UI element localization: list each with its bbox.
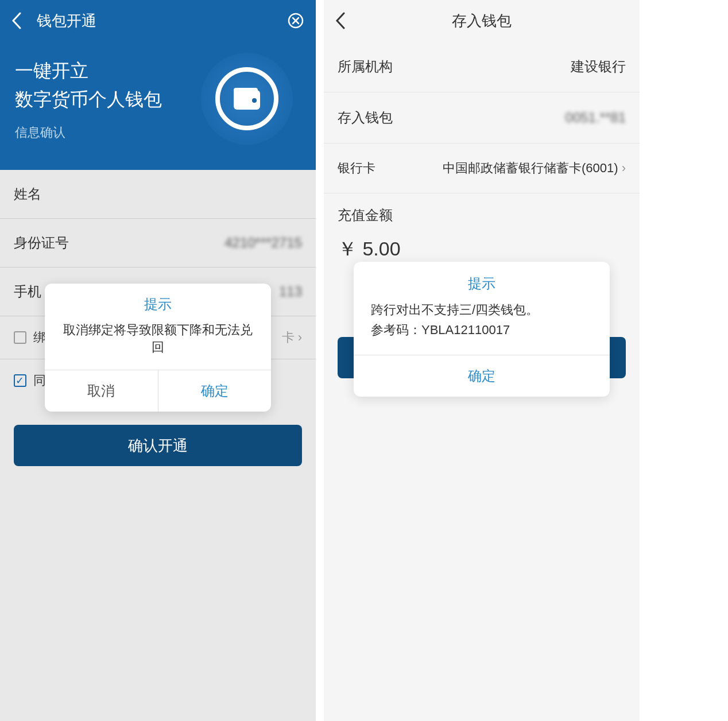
dialog-message: 取消绑定将导致限额下降和无法兑回 <box>45 318 271 370</box>
card-value: 中国邮政储蓄银行储蓄卡(6001) <box>443 161 618 175</box>
ok-button[interactable]: 确定 <box>158 370 272 412</box>
bind-checkbox[interactable] <box>14 331 26 344</box>
name-label: 姓名 <box>14 185 41 203</box>
hero-banner: 一键开立 数字货币个人钱包 信息确认 <box>0 41 316 170</box>
back-icon[interactable] <box>11 12 25 29</box>
chevron-right-icon: › <box>622 161 626 175</box>
dialog-msg-line2: 参考码：YBLA12110017 <box>371 320 593 340</box>
dialog-title: 提示 <box>354 262 610 300</box>
id-value: 4210***2715 <box>224 235 302 251</box>
bind-prefix: 绑 <box>33 329 46 346</box>
dialog-title: 提示 <box>45 284 271 318</box>
right-screenshot: 存入钱包 所属机构 建设银行 存入钱包 0051.**81 银行卡 中国邮政储蓄… <box>324 0 640 721</box>
phone-value: 113 <box>279 284 302 300</box>
amount-label: 充值金额 <box>324 193 640 230</box>
phone-label: 手机 <box>14 282 41 301</box>
left-screenshot: 钱包开通 一键开立 数字货币个人钱包 信息确认 姓名 身份证号 4210***2… <box>0 0 316 721</box>
wallet-label: 存入钱包 <box>338 108 393 127</box>
name-row[interactable]: 姓名 <box>0 170 316 219</box>
svg-point-3 <box>252 98 257 103</box>
bind-suffix: 卡 › <box>282 329 302 346</box>
agree-checkbox[interactable] <box>14 374 26 387</box>
wallet-icon <box>201 53 293 145</box>
org-label: 所属机构 <box>338 57 393 76</box>
nav-title: 钱包开通 <box>37 11 96 31</box>
wallet-row[interactable]: 存入钱包 0051.**81 <box>324 92 640 144</box>
close-icon[interactable] <box>287 12 304 29</box>
chevron-right-icon: › <box>298 330 302 344</box>
id-row[interactable]: 身份证号 4210***2715 <box>0 219 316 268</box>
dialog-msg-line1: 跨行对出不支持三/四类钱包。 <box>371 300 593 320</box>
wallet-value: 0051.**81 <box>566 110 626 126</box>
confirm-unbind-dialog: 提示 取消绑定将导致限额下降和无法兑回 取消 确定 <box>45 284 271 412</box>
nav-bar: 存入钱包 <box>324 0 640 41</box>
error-dialog: 提示 跨行对出不支持三/四类钱包。 参考码：YBLA12110017 确定 <box>354 262 610 397</box>
confirm-open-button[interactable]: 确认开通 <box>14 425 302 466</box>
card-row[interactable]: 银行卡 中国邮政储蓄银行储蓄卡(6001) › <box>324 144 640 193</box>
back-icon[interactable] <box>335 12 346 29</box>
cancel-button[interactable]: 取消 <box>45 370 158 412</box>
org-row: 所属机构 建设银行 <box>324 41 640 92</box>
nav-title: 存入钱包 <box>452 11 512 31</box>
org-value: 建设银行 <box>571 57 626 76</box>
card-label: 银行卡 <box>338 160 375 177</box>
ok-button[interactable]: 确定 <box>354 355 610 397</box>
dialog-body: 跨行对出不支持三/四类钱包。 参考码：YBLA12110017 <box>354 300 610 355</box>
nav-bar: 钱包开通 <box>0 0 316 41</box>
id-label: 身份证号 <box>14 234 69 252</box>
svg-rect-2 <box>234 88 258 95</box>
